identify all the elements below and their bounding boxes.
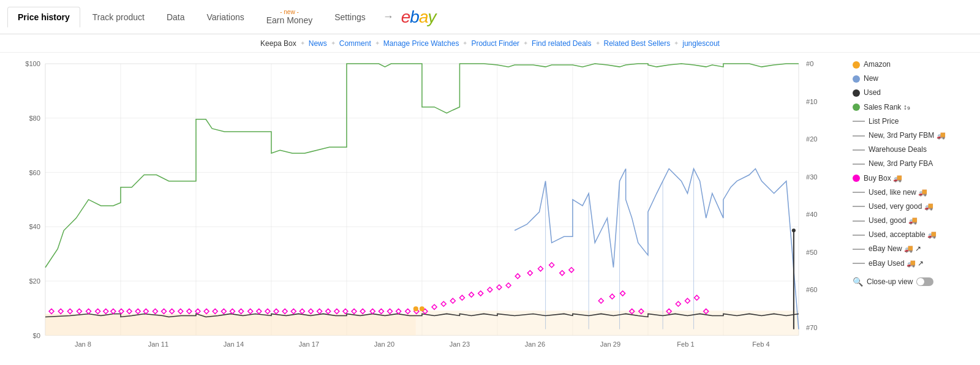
svg-text:#50: #50 — [806, 249, 817, 256]
svg-text:Feb 4: Feb 4 — [752, 341, 769, 348]
legend-used: Used — [853, 86, 973, 100]
subnav-manage-price-watches[interactable]: Manage Price Watches — [383, 39, 459, 48]
legend-used-like-new: Used, like new 🚚 — [853, 186, 973, 200]
buy-box-color-dot — [853, 175, 860, 182]
legend-used-good: Used, good 🚚 — [853, 214, 973, 228]
used-acceptable-dash — [853, 235, 865, 236]
list-price-dash — [853, 121, 865, 122]
legend-used-very-good-label: Used, very good 🚚 — [869, 201, 933, 213]
svg-text:Feb 1: Feb 1 — [677, 341, 694, 348]
legend-amazon: Amazon — [853, 58, 973, 72]
svg-text:Jan 14: Jan 14 — [224, 341, 244, 348]
chart-area[interactable]: $100 $80 $60 $40 $20 $0 #0 #10 #20 #30 #… — [0, 53, 845, 365]
legend-used-very-good: Used, very good 🚚 — [853, 200, 973, 214]
svg-text:$40: $40 — [29, 223, 40, 230]
close-up-row[interactable]: 🔍 Close-up view — [853, 274, 973, 287]
tab-price-history[interactable]: Price history — [7, 7, 80, 28]
new-color-dot — [853, 75, 860, 83]
search-icon: 🔍 — [853, 277, 863, 287]
svg-text:$80: $80 — [29, 115, 40, 122]
subnav-related-best-sellers[interactable]: Related Best Sellers — [604, 39, 671, 48]
new-3p-fbm-dash — [853, 135, 865, 137]
svg-text:Jan 11: Jan 11 — [148, 341, 168, 348]
svg-text:Jan 20: Jan 20 — [374, 341, 394, 348]
svg-text:$60: $60 — [29, 169, 40, 176]
legend-new-3p-fbm: New, 3rd Party FBM 🚚 — [853, 129, 973, 143]
tab-variations[interactable]: Variations — [197, 7, 254, 27]
subnav-junglescout[interactable]: junglescout — [682, 39, 720, 48]
legend-ebay-used-label: eBay Used 🚚 ↗ — [869, 258, 924, 269]
ebay-logo[interactable]: ebay — [401, 7, 436, 27]
sales-rank-color-dot — [853, 103, 860, 111]
subnav-comment[interactable]: Comment — [339, 39, 371, 48]
svg-text:$0: $0 — [33, 332, 40, 339]
ebay-used-dash — [853, 263, 865, 264]
legend-new-label: New — [864, 73, 878, 85]
svg-point-52 — [792, 228, 796, 232]
legend-used-acceptable-label: Used, acceptable 🚚 — [869, 229, 937, 241]
legend-ebay-new: eBay New 🚚 ↗ — [853, 242, 973, 256]
svg-text:Jan 29: Jan 29 — [600, 341, 620, 348]
svg-text:#20: #20 — [806, 135, 817, 143]
legend-list-price-label: List Price — [869, 116, 899, 127]
svg-text:Jan 26: Jan 26 — [525, 341, 545, 348]
tab-data[interactable]: Data — [157, 7, 195, 27]
legend-buy-box: Buy Box 🚚 — [853, 171, 973, 186]
arrow-icon: → — [378, 10, 399, 23]
svg-text:$20: $20 — [29, 277, 40, 285]
warehouse-deals-dash — [853, 149, 865, 151]
svg-text:#60: #60 — [806, 286, 817, 293]
legend-used-like-new-label: Used, like new 🚚 — [869, 187, 927, 198]
subnav-find-related-deals[interactable]: Find related Deals — [532, 39, 591, 48]
subnav-keepa-box: Keepa Box — [260, 39, 296, 48]
close-up-label: Close-up view — [867, 277, 913, 286]
legend-ebay-new-label: eBay New 🚚 ↗ — [869, 243, 921, 255]
used-color-dot — [853, 89, 860, 97]
sub-nav: Keepa Box ✦ News ✦ Comment ✦ Manage Pric… — [0, 34, 980, 53]
used-like-new-dash — [853, 192, 865, 193]
legend-sales-rank-label: Sales Rank ↕₉ — [864, 102, 910, 113]
legend-ebay-used: eBay Used 🚚 ↗ — [853, 257, 973, 271]
svg-text:Jan 8: Jan 8 — [75, 341, 91, 348]
legend-list-price: List Price — [853, 115, 973, 129]
close-up-toggle[interactable] — [916, 277, 933, 286]
svg-text:#40: #40 — [806, 211, 817, 218]
main-content: $100 $80 $60 $40 $20 $0 #0 #10 #20 #30 #… — [0, 53, 980, 365]
svg-text:Jan 23: Jan 23 — [450, 341, 470, 348]
subnav-news[interactable]: News — [309, 39, 327, 48]
svg-text:#0: #0 — [806, 60, 813, 67]
tab-track-product[interactable]: Track product — [83, 7, 154, 27]
svg-marker-42 — [45, 314, 416, 335]
svg-text:#10: #10 — [806, 98, 817, 105]
legend-used-acceptable: Used, acceptable 🚚 — [853, 228, 973, 242]
legend-sales-rank: Sales Rank ↕₉ — [853, 100, 973, 115]
legend-warehouse-deals: Warehouse Deals — [853, 143, 973, 157]
svg-text:#70: #70 — [806, 324, 817, 331]
used-good-dash — [853, 220, 865, 222]
legend-new-3p-fba-label: New, 3rd Party FBA — [869, 158, 933, 170]
amazon-color-dot — [853, 61, 860, 69]
legend-buy-box-label: Buy Box 🚚 — [864, 173, 902, 184]
new-3p-fba-dash — [853, 164, 865, 165]
legend-used-good-label: Used, good 🚚 — [869, 215, 918, 227]
legend-amazon-label: Amazon — [864, 59, 891, 70]
svg-point-49 — [413, 306, 418, 311]
svg-point-50 — [420, 306, 424, 311]
legend-warehouse-deals-label: Warehouse Deals — [869, 144, 927, 156]
svg-text:$100: $100 — [25, 60, 40, 67]
svg-text:#30: #30 — [806, 173, 817, 181]
legend-new-3p-fbm-label: New, 3rd Party FBM 🚚 — [869, 130, 946, 141]
tab-earn-money[interactable]: - new - Earn Money — [257, 4, 322, 30]
legend-used-label: Used — [864, 87, 881, 99]
used-very-good-dash — [853, 206, 865, 207]
svg-text:Jan 17: Jan 17 — [299, 341, 319, 348]
ebay-new-dash — [853, 249, 865, 250]
earn-money-badge: - new - — [266, 9, 312, 15]
subnav-product-finder[interactable]: Product Finder — [471, 39, 519, 48]
chart-legend: Amazon New Used Sales Rank ↕₉ List Price… — [845, 53, 980, 365]
top-nav: Price history Track product Data Variati… — [0, 0, 980, 34]
tab-settings[interactable]: Settings — [325, 7, 375, 27]
legend-new-3p-fba: New, 3rd Party FBA — [853, 157, 973, 171]
price-chart: $100 $80 $60 $40 $20 $0 #0 #10 #20 #30 #… — [5, 58, 845, 360]
legend-new: New — [853, 72, 973, 86]
